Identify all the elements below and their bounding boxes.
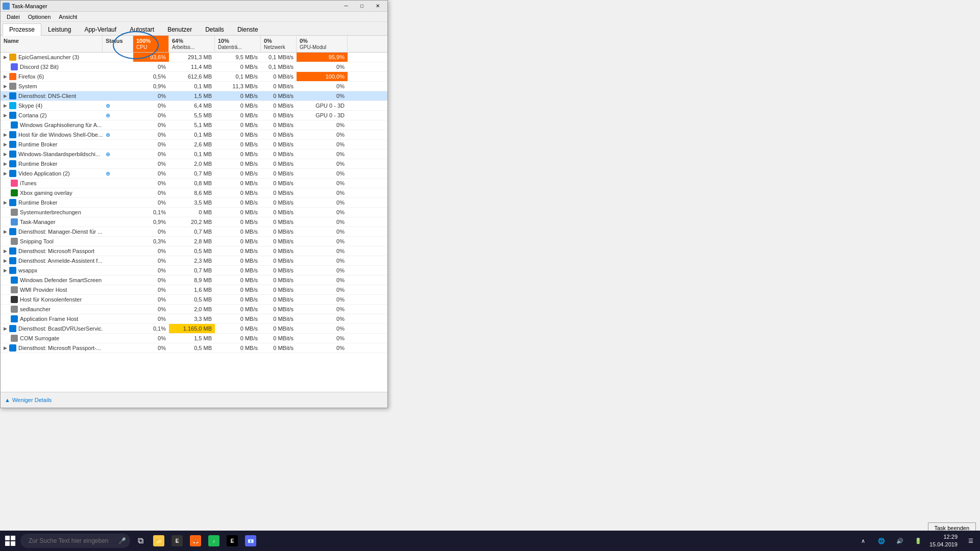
- table-row[interactable]: COM Surrogate 0% 1,5 MB 0 MB/s 0 MBit/s …: [1, 334, 387, 343]
- process-name: COM Surrogate: [1, 334, 103, 343]
- process-memory: 3,5 MB: [169, 198, 215, 207]
- process-status: [103, 295, 133, 304]
- table-row[interactable]: Discord (32 Bit) 0% 11,4 MB 0 MB/s 0,1 M…: [1, 62, 387, 72]
- table-row[interactable]: Task-Manager 0,9% 20,2 MB 0 MB/s 0 MBit/…: [1, 217, 387, 227]
- menu-bar: Datei Optionen Ansicht: [1, 12, 387, 22]
- process-network: 0 MBit/s: [261, 276, 297, 285]
- col-memory[interactable]: 64% Arbeitss...: [169, 36, 215, 52]
- notification-icon[interactable]: ☰: [964, 534, 978, 548]
- microphone-icon[interactable]: 🎤: [118, 537, 126, 544]
- epic-launcher-button[interactable]: E: [169, 531, 185, 551]
- tab-appverlauf[interactable]: App-Verlauf: [78, 23, 123, 35]
- process-gpu: 0%: [297, 169, 348, 178]
- table-row[interactable]: Application Frame Host 0% 3,3 MB 0 MB/s …: [1, 314, 387, 324]
- process-memory: 20,2 MB: [169, 217, 215, 227]
- process-cpu: 0%: [133, 295, 169, 304]
- process-status: [103, 62, 133, 71]
- tab-leistung[interactable]: Leistung: [41, 23, 78, 35]
- process-name: ▶ Diensthost: DNS-Client: [1, 91, 103, 101]
- table-row[interactable]: Host für Konsolenfenster 0% 0,5 MB 0 MB/…: [1, 295, 387, 305]
- process-gpu: 0%: [297, 324, 348, 333]
- tab-autostart[interactable]: Autostart: [123, 23, 161, 35]
- table-row[interactable]: iTunes 0% 0,8 MB 0 MB/s 0 MBit/s 0%: [1, 179, 387, 188]
- process-memory: 8,9 MB: [169, 276, 215, 285]
- volume-icon[interactable]: 🔊: [893, 534, 907, 548]
- taskmanager-icon: [3, 3, 10, 10]
- table-row[interactable]: ▶ Runtime Broker 0% 2,0 MB 0 MB/s 0 MBit…: [1, 159, 387, 169]
- spotify-button[interactable]: ♪: [206, 531, 222, 551]
- taskview-button[interactable]: ⧉: [132, 531, 149, 551]
- file-explorer-button[interactable]: 📁: [151, 531, 167, 551]
- table-row[interactable]: Snipping Tool 0,3% 2,8 MB 0 MB/s 0 MBit/…: [1, 237, 387, 246]
- process-status: [103, 91, 133, 101]
- tab-dienste[interactable]: Dienste: [231, 23, 265, 35]
- process-memory: 0,7 MB: [169, 266, 215, 275]
- process-gpu: 0%: [297, 256, 348, 265]
- tab-details[interactable]: Details: [199, 23, 231, 35]
- process-disk: 0 MB/s: [215, 256, 261, 265]
- table-row[interactable]: ▶ Runtime Broker 0% 3,5 MB 0 MB/s 0 MBit…: [1, 198, 387, 208]
- maximize-button[interactable]: □: [354, 2, 370, 11]
- table-row[interactable]: ▶ Diensthost: Microsoft Passport-... 0% …: [1, 343, 387, 353]
- network-icon[interactable]: 🌐: [874, 534, 889, 548]
- less-details-button[interactable]: ▲ Weniger Details: [5, 397, 52, 403]
- col-gpu[interactable]: 0% GPU-Modul: [297, 36, 348, 52]
- process-gpu: 0%: [297, 246, 348, 256]
- table-row[interactable]: ▶ Firefox (6) 0,5% 612,6 MB 0,1 MB/s 0 M…: [1, 72, 387, 82]
- table-row[interactable]: ▶ Video Application (2) ⊕ 0% 0,7 MB 0 MB…: [1, 169, 387, 179]
- col-network[interactable]: 0% Netzwerk: [261, 36, 297, 52]
- process-status: ⊕: [103, 111, 133, 120]
- process-name: Snipping Tool: [1, 237, 103, 246]
- menu-optionen[interactable]: Optionen: [24, 13, 55, 21]
- process-gpu: 0%: [297, 276, 348, 285]
- col-status[interactable]: Status: [103, 36, 133, 52]
- process-cpu: 0%: [133, 179, 169, 188]
- process-network: 0 MBit/s: [261, 82, 297, 91]
- epic2-button[interactable]: E: [224, 531, 240, 551]
- process-gpu: 0%: [297, 140, 348, 149]
- table-row[interactable]: sedlauncher 0% 2,0 MB 0 MB/s 0 MBit/s 0%: [1, 305, 387, 314]
- col-name[interactable]: Name: [1, 36, 103, 52]
- process-disk: 0 MB/s: [215, 295, 261, 304]
- table-row[interactable]: ▶ Diensthost: BcastDVRUserServic... 0,1%…: [1, 324, 387, 334]
- close-button[interactable]: ✕: [370, 2, 385, 11]
- taskmanager-window: Task-Manager ─ □ ✕ Datei Optionen Ansich…: [0, 0, 388, 408]
- firefox-button[interactable]: 🦊: [187, 531, 204, 551]
- menu-datei[interactable]: Datei: [3, 13, 24, 21]
- table-row[interactable]: ▶ Cortana (2) ⊕ 0% 5,5 MB 0 MB/s 0 MBit/…: [1, 111, 387, 120]
- table-row[interactable]: Windows Graphisolierung für A... 0% 5,1 …: [1, 120, 387, 130]
- minimize-button[interactable]: ─: [338, 2, 354, 11]
- table-row[interactable]: Xbox gaming overlay 0% 8,6 MB 0 MB/s 0 M…: [1, 188, 387, 198]
- bottom-bar: ▲ Weniger Details: [1, 392, 387, 407]
- tab-prozesse[interactable]: Prozesse: [3, 23, 41, 36]
- col-cpu[interactable]: 100% CPU: [133, 36, 169, 52]
- table-row[interactable]: ▶ Diensthost: DNS-Client 0% 1,5 MB 0 MB/…: [1, 91, 387, 101]
- table-row[interactable]: ▶ Host für die Windows Shell-Obe... ⊕ 0%…: [1, 130, 387, 140]
- table-row[interactable]: WMI Provider Host 0% 1,6 MB 0 MB/s 0 MBi…: [1, 285, 387, 295]
- col-disk[interactable]: 10% Datenträ...: [215, 36, 261, 52]
- process-table-body[interactable]: ▶ EpicGamesLauncher (3) 93,6% 291,3 MB 9…: [1, 53, 387, 392]
- table-row[interactable]: ▶ EpicGamesLauncher (3) 93,6% 291,3 MB 9…: [1, 53, 387, 62]
- table-row[interactable]: ▶ System 0,9% 0,1 MB 11,3 MB/s 0 MBit/s …: [1, 82, 387, 91]
- process-memory: 5,1 MB: [169, 120, 215, 130]
- process-status: [103, 237, 133, 246]
- table-row[interactable]: ▶ Diensthost: Microsoft Passport 0% 0,5 …: [1, 246, 387, 256]
- start-button[interactable]: [2, 531, 18, 551]
- menu-ansicht[interactable]: Ansicht: [55, 13, 81, 21]
- tray-chevron[interactable]: ∧: [856, 534, 870, 548]
- table-row[interactable]: ▶ Skype (4) ⊕ 0% 6,4 MB 0 MB/s 0 MBit/s …: [1, 101, 387, 111]
- table-row[interactable]: ▶ Runtime Broker 0% 2,6 MB 0 MB/s 0 MBit…: [1, 140, 387, 149]
- process-name: ▶ Runtime Broker: [1, 198, 103, 207]
- table-row[interactable]: ▶ Diensthost: Anmelde-Assistent f... 0% …: [1, 256, 387, 266]
- process-disk: 0 MB/s: [215, 188, 261, 197]
- taskbar-search-input[interactable]: [24, 534, 116, 548]
- unknown-app-button[interactable]: 📧: [242, 531, 259, 551]
- table-row[interactable]: ▶ Windows-Standardsperbildschi... ⊕ 0% 0…: [1, 149, 387, 159]
- table-row[interactable]: Windows Defender SmartScreen 0% 8,9 MB 0…: [1, 276, 387, 285]
- table-row[interactable]: ▶ Diensthost: Manager-Dienst für ... 0% …: [1, 227, 387, 237]
- process-network: 0 MBit/s: [261, 188, 297, 197]
- battery-icon[interactable]: 🔋: [911, 534, 925, 548]
- tab-benutzer[interactable]: Benutzer: [161, 23, 199, 35]
- table-row[interactable]: ▶ wsappx 0% 0,7 MB 0 MB/s 0 MBit/s 0%: [1, 266, 387, 276]
- table-row[interactable]: Systemunterbrechungen 0,1% 0 MB 0 MB/s 0…: [1, 208, 387, 217]
